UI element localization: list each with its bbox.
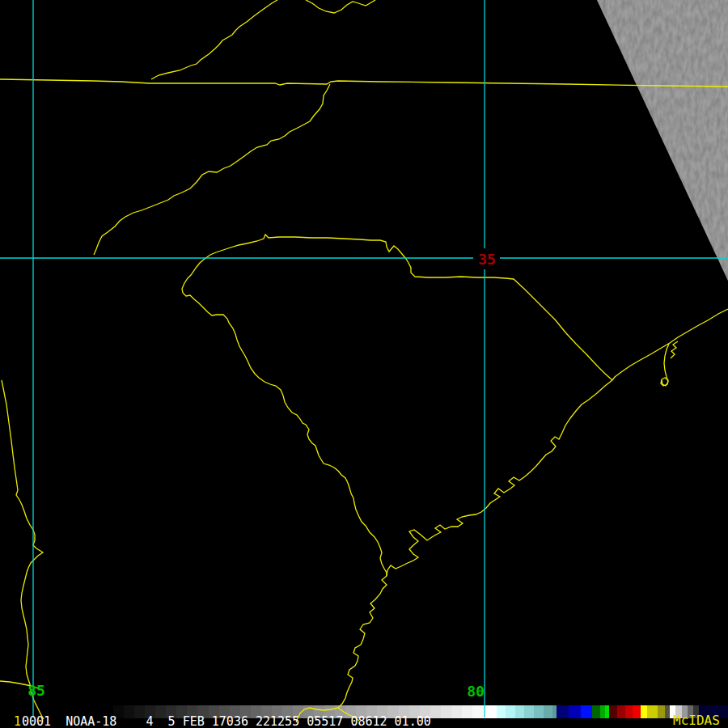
map-outline-cape-fear-zigzag [671,341,678,358]
map-outline-appalachian-border-upper [151,0,277,79]
map-outline-sc-ga-coastline [296,380,612,722]
map-outline-savannah-river-border [182,259,387,576]
frame-number: 1 [14,715,21,728]
map-outline-top-edge-notch [306,0,375,13]
annotation-row: 1 0001 NOAA-18 4 5 FEB 17036 221255 0551… [0,715,728,728]
map-outline-nc-tn-border-diagonal [94,84,330,255]
swath-edge-region [597,0,728,281]
map-outline-sc-nc-border [205,235,612,380]
image-info-text: 0001 NOAA-18 4 5 FEB 17036 221255 05517 … [22,715,431,728]
mcidas-display[interactable]: 1 0001 NOAA-18 4 5 FEB 17036 221255 0551… [0,0,728,728]
swath-layer [597,0,728,281]
satellite-image-canvas[interactable] [0,0,728,728]
gridline-layer [0,0,728,717]
map-outline-layer [0,0,728,722]
map-outline-nc-coastline [612,309,728,380]
map-outline-state-border-north-horizontal [0,79,728,87]
longitude-label-85: 85 [28,684,45,698]
mcidas-logo-text: McIDAS [673,714,720,727]
map-outline-al-ga-border-river [2,380,44,719]
latitude-label-35: 35 [478,252,496,267]
longitude-label-80: 80 [467,684,485,699]
